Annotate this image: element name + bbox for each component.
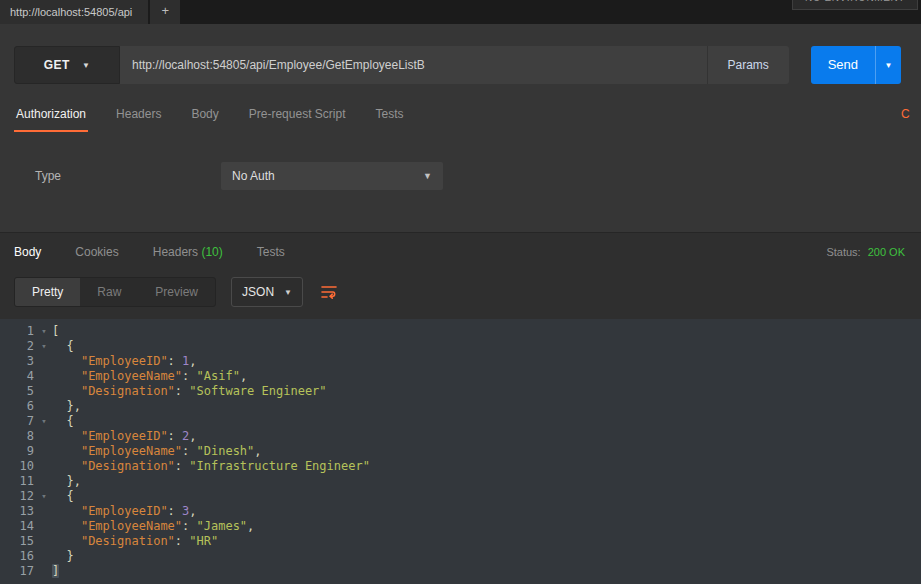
line-number: 15	[0, 534, 36, 549]
code-line: 10 "Designation": "Infrastructure Engine…	[0, 459, 921, 474]
tab-authorization[interactable]: Authorization	[14, 98, 88, 132]
chevron-down-icon: ▼	[423, 171, 432, 181]
line-number: 12	[0, 489, 36, 504]
code-line: 5 "Designation": "Software Engineer"	[0, 384, 921, 399]
code-text: "EmployeeID": 3,	[52, 504, 197, 519]
format-dropdown[interactable]: JSON ▼	[231, 277, 303, 307]
code-text: "Designation": "HR"	[52, 534, 218, 549]
code-line: 15 "Designation": "HR"	[0, 534, 921, 549]
tab-headers[interactable]: Headers	[114, 98, 163, 132]
line-number: 9	[0, 444, 36, 459]
view-raw-button[interactable]: Raw	[80, 278, 138, 306]
wrap-text-icon[interactable]	[321, 284, 339, 300]
code-line: 3 "EmployeeID": 1,	[0, 354, 921, 369]
response-tabs: Body Cookies Headers (10) Tests Status: …	[0, 233, 921, 271]
line-number: 6	[0, 399, 36, 414]
line-number: 16	[0, 549, 36, 564]
code-text: "EmployeeID": 2,	[52, 429, 197, 444]
fold-caret-icon	[36, 459, 52, 474]
auth-type-label: Type	[0, 169, 221, 183]
fold-caret-icon[interactable]: ▾	[36, 489, 52, 504]
code-line: 9 "EmployeeName": "Dinesh",	[0, 444, 921, 459]
code-text: },	[52, 399, 81, 414]
fold-caret-icon	[36, 519, 52, 534]
params-button[interactable]: Params	[707, 46, 789, 84]
code-line: 14 "EmployeeName": "James",	[0, 519, 921, 534]
code-text: "EmployeeName": "Dinesh",	[52, 444, 262, 459]
fold-caret-icon	[36, 429, 52, 444]
new-tab-button[interactable]: +	[150, 0, 180, 24]
authorization-panel: Type No Auth ▼	[0, 132, 921, 196]
code-line: 6 },	[0, 399, 921, 414]
environment-selector[interactable]: No Environment	[792, 0, 918, 10]
chevron-down-icon: ▼	[82, 61, 90, 70]
send-label: Send	[811, 46, 875, 84]
fold-caret-icon	[36, 384, 52, 399]
code-text: "EmployeeName": "Asif",	[52, 369, 247, 384]
fold-caret-icon	[36, 369, 52, 384]
url-row: GET ▼ Params Send ▼	[14, 46, 901, 84]
tab-tests[interactable]: Tests	[373, 98, 405, 132]
send-button[interactable]: Send ▼	[811, 46, 901, 84]
cookies-code-link-fragment[interactable]: C	[901, 107, 915, 121]
view-pretty-button[interactable]: Pretty	[15, 278, 80, 306]
line-number: 8	[0, 429, 36, 444]
fold-caret-icon	[36, 504, 52, 519]
line-number: 3	[0, 354, 36, 369]
code-text: }	[52, 549, 74, 564]
response-tab-cookies[interactable]: Cookies	[75, 245, 118, 259]
fold-caret-icon	[36, 354, 52, 369]
fold-caret-icon	[36, 399, 52, 414]
code-text: [	[52, 324, 59, 339]
postman-window: http://localhost:54805/api + No Environm…	[0, 0, 921, 584]
fold-caret-icon[interactable]: ▾	[36, 414, 52, 429]
response-tab-tests[interactable]: Tests	[257, 245, 285, 259]
line-number: 1	[0, 324, 36, 339]
headers-label: Headers	[153, 245, 198, 259]
response-tab-headers[interactable]: Headers (10)	[153, 245, 223, 259]
response-viewer: Body Cookies Headers (10) Tests Status: …	[0, 232, 921, 584]
code-line: 2▾ {	[0, 339, 921, 354]
code-text: {	[52, 414, 74, 429]
line-number: 13	[0, 504, 36, 519]
url-input[interactable]	[120, 46, 707, 84]
code-line: 12▾ {	[0, 489, 921, 504]
line-number: 14	[0, 519, 36, 534]
line-number: 4	[0, 369, 36, 384]
chevron-down-icon: ▼	[284, 288, 292, 297]
code-line: 13 "EmployeeID": 3,	[0, 504, 921, 519]
request-tab[interactable]: http://localhost:54805/api	[0, 0, 150, 24]
fold-caret-icon	[36, 474, 52, 489]
send-options-button[interactable]: ▼	[875, 46, 901, 84]
code-text: "EmployeeID": 1,	[52, 354, 197, 369]
fold-caret-icon[interactable]: ▾	[36, 324, 52, 339]
code-text: ]	[52, 564, 59, 579]
request-builder: GET ▼ Params Send ▼ Authorization Header…	[0, 24, 921, 232]
response-status: Status: 200 OK	[826, 246, 905, 258]
code-text: "EmployeeName": "James",	[52, 519, 254, 534]
method-label: GET	[44, 58, 70, 72]
line-number: 17	[0, 564, 36, 579]
fold-caret-icon	[36, 549, 52, 564]
code-text: {	[52, 339, 74, 354]
fold-caret-icon	[36, 564, 52, 579]
fold-caret-icon[interactable]: ▾	[36, 339, 52, 354]
method-dropdown[interactable]: GET ▼	[14, 46, 120, 84]
code-text: "Designation": "Infrastructure Engineer"	[52, 459, 370, 474]
chevron-down-icon: ▼	[885, 61, 893, 70]
response-tab-body[interactable]: Body	[14, 245, 41, 259]
code-line: 17]	[0, 564, 921, 579]
line-number: 10	[0, 459, 36, 474]
line-number: 7	[0, 414, 36, 429]
tab-pre-request-script[interactable]: Pre-request Script	[247, 98, 348, 132]
format-label: JSON	[242, 285, 274, 299]
auth-type-dropdown[interactable]: No Auth ▼	[221, 162, 443, 190]
code-text: },	[52, 474, 81, 489]
status-code-badge: 200 OK	[868, 246, 905, 258]
code-editor[interactable]: 1▾[2▾ {3 "EmployeeID": 1,4 "EmployeeName…	[0, 319, 921, 584]
view-preview-button[interactable]: Preview	[138, 278, 215, 306]
tab-bar: http://localhost:54805/api + No Environm…	[0, 0, 921, 24]
code-line: 8 "EmployeeID": 2,	[0, 429, 921, 444]
tab-body[interactable]: Body	[189, 98, 220, 132]
fold-caret-icon	[36, 534, 52, 549]
